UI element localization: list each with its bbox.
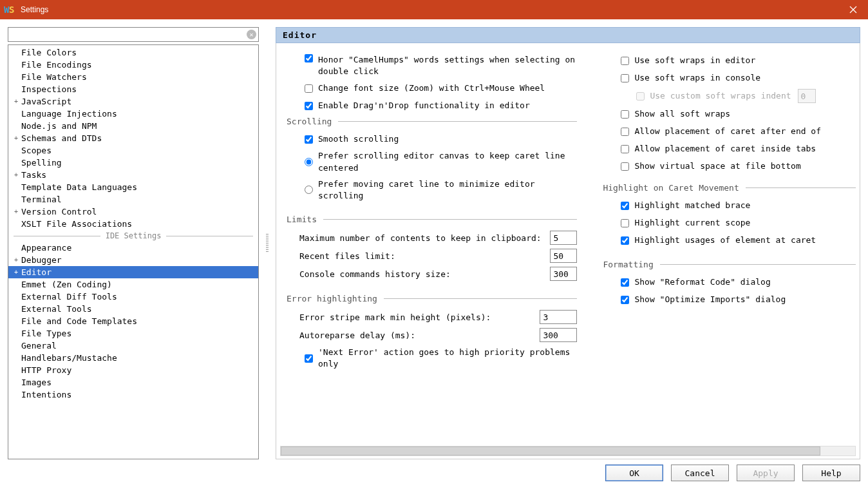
tree-item-label: File Encodings [20,60,92,70]
clipboard-max-input[interactable] [550,231,577,245]
expand-icon[interactable]: + [12,269,20,276]
search-input[interactable] [8,27,259,42]
tree-item[interactable]: Terminal [8,193,258,206]
hl-scope-label: Highlight current scope [634,217,750,229]
tree-item[interactable]: Handlebars/Mustache [8,352,258,364]
hl-brace-checkbox[interactable] [621,202,629,210]
smooth-scroll-checkbox[interactable] [305,135,313,144]
tree-item-label: Language Injections [20,109,117,119]
tree-item[interactable]: Appearance [8,242,258,254]
tree-item-label: Editor [20,267,52,277]
tree-item[interactable]: +JavaScript [8,95,258,108]
tree-item-label: Handlebars/Mustache [20,353,117,363]
caret-afterend-checkbox[interactable] [621,128,629,136]
button-bar: OK Cancel Apply Help [8,459,860,481]
tree-item[interactable]: File and Code Templates [8,315,258,327]
history-size-label: Console commands history size: [299,269,545,279]
titlebar: WS Settings [0,0,868,19]
tree-item[interactable]: External Tools [8,303,258,315]
optimize-imports-checkbox[interactable] [621,296,629,304]
tree-item-label: Inspections [20,84,77,94]
tree-item[interactable]: External Diff Tools [8,291,258,303]
tree-item[interactable]: Inspections [8,83,258,95]
showall-softwraps-checkbox[interactable] [621,110,629,119]
tree-item[interactable]: +Tasks [8,169,258,181]
tree-item[interactable]: Spelling [8,157,258,169]
virtual-bottom-checkbox[interactable] [621,162,629,171]
tree-item[interactable]: +Editor [8,266,258,278]
settings-tree[interactable]: File ColorsFile EncodingsFile WatchersIn… [8,44,259,459]
tree-item[interactable]: File Types [8,327,258,340]
expand-icon[interactable]: + [12,171,20,178]
tree-item[interactable]: File Encodings [8,59,258,71]
horizontal-scrollbar[interactable] [280,446,856,456]
history-size-input[interactable] [550,267,577,281]
hl-usages-checkbox[interactable] [621,236,629,245]
tree-item-label: Images [20,378,52,387]
tree-item-label: Spelling [20,158,62,168]
apply-button[interactable]: Apply [737,465,795,481]
smooth-scroll-label: Smooth scrolling [318,133,399,145]
stripe-height-input[interactable] [540,310,577,324]
stripe-height-label: Error stripe mark min height (pixels): [299,312,534,322]
tree-item[interactable]: +Version Control [8,206,258,218]
optimize-imports-label: Show "Optimize Imports" dialog [634,294,786,305]
tree-item-label: Tasks [20,170,46,180]
tree-item[interactable]: Template Data Languages [8,181,258,193]
splitter[interactable] [265,27,269,459]
caret-tabs-checkbox[interactable] [621,145,629,153]
tree-item[interactable]: Node.js and NPM [8,120,258,132]
scroll-centered-label: Prefer scrolling editor canvas to keep c… [318,150,577,173]
recent-files-input[interactable] [550,249,577,263]
hl-scope-checkbox[interactable] [621,219,629,227]
tree-item[interactable]: Emmet (Zen Coding) [8,278,258,291]
tree-item[interactable]: Intentions [8,388,258,401]
scroll-minimize-radio[interactable] [305,186,313,194]
svg-text:S: S [9,5,14,15]
scroll-centered-radio[interactable] [305,158,313,166]
tree-item[interactable]: HTTP Proxy [8,364,258,376]
tree-item[interactable]: Language Injections [8,108,258,120]
caret-afterend-label: Allow placement of caret after end of [634,126,821,137]
tree-item[interactable]: +Debugger [8,254,258,266]
hl-brace-label: Highlight matched brace [634,200,750,211]
reformat-dialog-label: Show "Reformat Code" dialog [634,276,770,288]
tree-item[interactable]: File Watchers [8,71,258,83]
ctrlwheel-label: Change font size (Zoom) with Ctrl+Mouse … [318,82,545,94]
reformat-dialog-checkbox[interactable] [621,278,629,287]
expand-icon[interactable]: + [12,208,20,215]
tree-item[interactable]: Images [8,376,258,388]
expand-icon[interactable]: + [12,98,20,105]
autoreparse-input[interactable] [540,328,577,342]
tree-item[interactable]: XSLT File Associations [8,218,258,230]
expand-icon[interactable]: + [12,256,20,264]
tree-item-label: Appearance [20,243,71,253]
caret-tabs-label: Allow placement of caret inside tabs [634,143,816,155]
clear-search-icon[interactable]: ✕ [247,30,256,39]
tree-item-label: Node.js and NPM [20,121,97,131]
tree-item[interactable]: General [8,340,258,352]
recent-files-label: Recent files limit: [299,251,545,261]
panel-title: Editor [276,27,860,43]
search-wrap: ✕ [8,27,259,42]
dragdrop-checkbox[interactable] [305,102,313,110]
expand-icon[interactable]: + [12,135,20,142]
tree-item-label: Terminal [20,195,62,204]
ctrlwheel-checkbox[interactable] [305,84,313,93]
tree-item-label: HTTP Proxy [20,365,71,375]
cancel-button[interactable]: Cancel [671,465,729,481]
help-button[interactable]: Help [802,465,860,481]
tree-item[interactable]: +Schemas and DTDs [8,132,258,144]
close-button[interactable] [838,0,868,19]
left-column: ✕ File ColorsFile EncodingsFile Watchers… [8,27,259,459]
camelhumps-checkbox[interactable] [305,54,313,62]
softwrap-indent-input [798,89,816,103]
softwrap-editor-checkbox[interactable] [621,57,629,65]
ok-button[interactable]: OK [605,465,663,481]
tree-item[interactable]: File Colors [8,46,258,59]
nexterror-checkbox[interactable] [305,354,313,363]
panel-body: Honor "CamelHumps" words settings when s… [276,43,860,459]
softwrap-console-checkbox[interactable] [621,74,629,82]
tree-divider: IDE Settings [14,231,253,240]
tree-item[interactable]: Scopes [8,144,258,157]
